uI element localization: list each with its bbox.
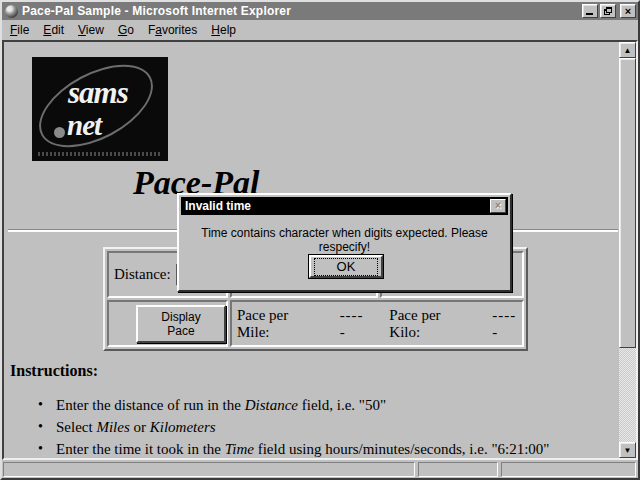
- menu-go[interactable]: Go: [118, 23, 134, 37]
- menu-view[interactable]: View: [78, 23, 104, 37]
- instructions-heading: Instructions:: [10, 362, 609, 380]
- pace-per-mile-value: -----: [340, 307, 370, 341]
- vertical-scrollbar[interactable]: ▲ ▼: [619, 42, 636, 458]
- distance-label: Distance:: [114, 266, 171, 283]
- status-bar: [2, 460, 638, 478]
- minimize-icon: [586, 13, 593, 15]
- pace-results-cell: Pace per Mile: ----- Pace per Kilo: ----…: [230, 300, 524, 347]
- ie-globe-icon: [5, 5, 18, 18]
- window-title: Pace-Pal Sample - Microsoft Internet Exp…: [22, 4, 582, 18]
- menu-favorites[interactable]: Favorites: [148, 23, 197, 37]
- instruction-item: Select Miles or Kilometers: [10, 416, 609, 438]
- browser-content-frame: sams net Pace-Pal Distance: Time:: [2, 40, 638, 460]
- scroll-up-button[interactable]: ▲: [619, 42, 636, 58]
- instructions-list: Enter the distance of run in the Distanc…: [10, 394, 609, 458]
- invalid-time-dialog: Invalid time × Time contains character w…: [177, 193, 512, 292]
- scroll-up-icon: ▲: [624, 46, 632, 55]
- scroll-down-button[interactable]: ▼: [619, 442, 636, 458]
- logo-dot: [54, 127, 65, 138]
- pace-per-kilo-value: -----: [492, 307, 522, 341]
- status-panel-main: [3, 462, 415, 477]
- logo-net-text: net: [67, 109, 101, 142]
- logo-net-row: net: [54, 109, 101, 142]
- dialog-close-icon: ×: [495, 201, 501, 211]
- window-controls: ×: [582, 4, 636, 18]
- dialog-ok-label: OK: [314, 258, 379, 276]
- scrollbar-track[interactable]: [619, 348, 636, 442]
- pace-per-kilo-label: Pace per Kilo:: [389, 307, 474, 341]
- dialog-close-button[interactable]: ×: [490, 199, 506, 213]
- close-icon: ×: [625, 6, 631, 16]
- restore-button[interactable]: [600, 4, 616, 18]
- display-pace-button[interactable]: Display Pace: [136, 305, 226, 343]
- scroll-down-icon: ▼: [624, 446, 632, 455]
- dialog-message: Time contains character when digits expe…: [179, 226, 510, 254]
- minimize-button[interactable]: [582, 4, 598, 18]
- logo-sams-text: sams: [68, 75, 128, 111]
- close-button[interactable]: ×: [620, 4, 636, 18]
- title-bar[interactable]: Pace-Pal Sample - Microsoft Internet Exp…: [2, 2, 638, 20]
- dialog-title-bar[interactable]: Invalid time ×: [181, 197, 508, 215]
- status-panel-right: [501, 462, 636, 477]
- dialog-ok-button[interactable]: OK: [308, 254, 384, 279]
- scrollbar-thumb[interactable]: [619, 58, 636, 348]
- instruction-item: Enter the time it took in the Time field…: [10, 438, 609, 458]
- samsnet-logo: sams net: [32, 57, 168, 161]
- menu-edit[interactable]: Edit: [43, 23, 64, 37]
- instruction-item: Enter the distance of run in the Distanc…: [10, 394, 609, 416]
- menu-bar: File Edit View Go Favorites Help: [2, 20, 638, 40]
- logo-fineprint: [38, 152, 162, 156]
- menu-file[interactable]: File: [10, 23, 29, 37]
- display-pace-cell: Display Pace: [107, 300, 228, 347]
- instructions-section: Instructions: Enter the distance of run …: [10, 362, 609, 458]
- menu-help[interactable]: Help: [211, 23, 236, 37]
- restore-icon: [604, 7, 612, 15]
- dialog-title: Invalid time: [185, 199, 490, 213]
- web-page: sams net Pace-Pal Distance: Time:: [4, 42, 619, 458]
- browser-window: Pace-Pal Sample - Microsoft Internet Exp…: [0, 0, 640, 480]
- pace-per-mile-label: Pace per Mile:: [237, 307, 324, 341]
- status-panel-middle: [418, 462, 498, 477]
